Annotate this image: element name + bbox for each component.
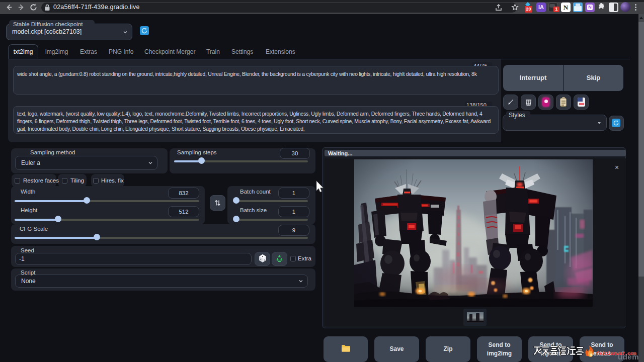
svg-text:feitianwu7.com: feitianwu7.com [596, 351, 636, 356]
